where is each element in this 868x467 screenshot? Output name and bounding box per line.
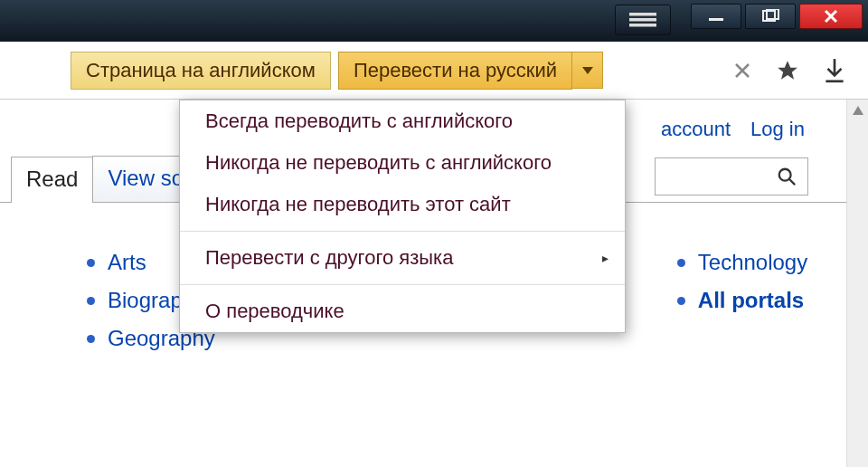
svg-rect-0 [629,13,656,16]
svg-marker-11 [778,61,797,80]
downloads-button[interactable] [821,54,848,87]
browser-menu-button[interactable] [615,5,671,35]
menu-icon [629,13,656,27]
page-language-label: Страница на английском [71,52,331,90]
svg-point-14 [779,169,791,181]
close-window-button[interactable] [799,4,863,29]
bullet-icon [87,335,95,343]
create-account-link[interactable]: account [661,118,731,141]
bullet-icon [677,297,685,305]
svg-line-15 [789,179,795,185]
portal-link-all-portals[interactable]: All portals [677,288,807,313]
minimize-icon [707,10,725,23]
translate-options-menu: Всегда переводить с английского Никогда … [179,100,626,333]
minimize-button[interactable] [691,4,741,29]
svg-marker-16 [853,106,863,115]
translate-toolbar: Страница на английском Перевести на русс… [0,42,868,100]
bullet-icon [87,297,95,305]
window-titlebar [0,0,868,42]
chevron-up-icon [853,106,863,115]
maximize-button[interactable] [745,4,796,29]
translate-button[interactable]: Перевести на русский [338,52,572,90]
menu-separator [180,284,625,285]
bullet-icon [677,259,685,267]
scroll-up-button[interactable] [847,100,868,121]
star-icon [776,59,799,82]
download-icon [823,57,846,84]
menu-about-translator[interactable]: О переводчике [180,291,625,332]
portal-column-3: Technology All portals [677,250,807,351]
maximize-icon [761,9,779,24]
bullet-icon [87,259,95,267]
search-box[interactable] [655,157,808,195]
svg-rect-2 [629,24,656,27]
svg-rect-3 [709,18,723,21]
translate-options-dropdown-button[interactable] [572,52,603,89]
chevron-down-icon [582,67,593,74]
menu-never-translate-site[interactable]: Никогда не переводить этот сайт [180,184,625,225]
tab-read[interactable]: Read [11,157,93,203]
svg-rect-1 [629,18,656,22]
menu-translate-from-other[interactable]: Перевести с другого языка ▸ [180,237,625,279]
window-controls [691,4,863,29]
log-in-link[interactable]: Log in [750,118,805,141]
search-icon [777,167,797,186]
chevron-right-icon: ▸ [602,251,609,265]
vertical-scrollbar[interactable] [846,100,868,467]
x-icon [734,62,750,79]
close-icon [823,8,839,24]
bookmark-button[interactable] [774,57,801,84]
menu-always-translate[interactable]: Всегда переводить с английского [180,100,625,142]
dismiss-translate-bar-button[interactable] [729,57,756,84]
svg-marker-8 [582,67,593,74]
portal-link-technology[interactable]: Technology [677,250,807,275]
menu-never-translate-lang[interactable]: Никогда не переводить с английского [180,142,625,184]
menu-separator [180,231,625,232]
